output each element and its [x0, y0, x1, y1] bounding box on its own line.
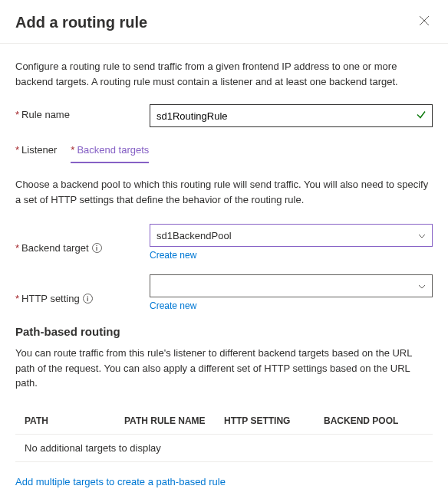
th-path-rule-name: PATH RULE NAME	[124, 415, 224, 426]
http-setting-label: *HTTP setting	[15, 293, 80, 304]
backend-target-label: *Backend target	[15, 242, 89, 254]
info-icon[interactable]: i	[83, 294, 93, 304]
tab-description: Choose a backend pool to which this rout…	[15, 177, 433, 207]
chevron-down-icon	[418, 282, 426, 290]
tab-listener[interactable]: *Listener	[15, 144, 57, 163]
info-icon[interactable]: i	[92, 243, 102, 253]
tab-backend-targets[interactable]: *Backend targets	[71, 144, 149, 163]
backend-target-create-link[interactable]: Create new	[150, 250, 196, 261]
th-path: PATH	[25, 415, 124, 426]
path-routing-description: You can route traffic from this rule's l…	[15, 346, 433, 391]
rule-name-input[interactable]	[150, 104, 433, 127]
panel-title: Add a routing rule	[15, 14, 147, 31]
http-setting-create-link[interactable]: Create new	[150, 300, 196, 311]
check-icon	[416, 110, 427, 123]
path-routing-heading: Path-based routing	[15, 325, 433, 338]
close-icon[interactable]	[416, 12, 433, 32]
table-empty-message: No additional targets to display	[15, 434, 433, 462]
backend-target-value: sd1BackendPool	[156, 230, 232, 241]
panel-description: Configure a routing rule to send traffic…	[15, 59, 433, 89]
table-header: PATH PATH RULE NAME HTTP SETTING BACKEND…	[15, 408, 433, 434]
add-path-rule-link[interactable]: Add multiple targets to create a path-ba…	[15, 476, 226, 487]
th-backend-pool: BACKEND POOL	[324, 415, 423, 426]
backend-target-dropdown[interactable]: sd1BackendPool	[150, 224, 433, 247]
chevron-down-icon	[418, 231, 426, 240]
rule-name-label: *Rule name	[15, 109, 70, 120]
th-http-setting: HTTP SETTING	[224, 415, 324, 426]
http-setting-dropdown[interactable]	[150, 274, 433, 297]
